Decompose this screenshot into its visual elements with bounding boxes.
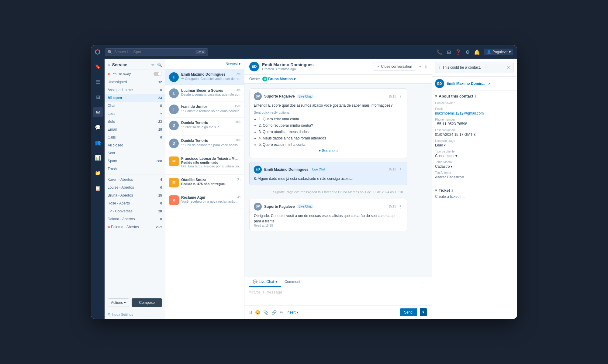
about-section: ▾ About this contact ℹ Contact owner Ema…: [432, 91, 517, 185]
nav-karen[interactable]: Karen - Abertos 4: [105, 176, 165, 184]
actions-button[interactable]: Actions ▾: [108, 298, 129, 307]
send-caret-button[interactable]: ▾: [420, 308, 427, 316]
emoji-icon[interactable]: 😊: [255, 310, 260, 315]
nav-less[interactable]: Less ▾: [105, 110, 165, 118]
message-input[interactable]: [249, 290, 427, 299]
bell-icon[interactable]: 🔔: [474, 49, 480, 55]
folder-icon[interactable]: 📁: [93, 168, 103, 178]
nav-unassigned[interactable]: Unassigned 12: [105, 78, 165, 86]
nav-louise[interactable]: Louise - Abertos 0: [105, 184, 165, 191]
tema-macro-select[interactable]: Cadastro ▾: [435, 164, 452, 169]
nav-jp[interactable]: JP - Conversas 28: [105, 207, 165, 215]
owner-dropdown[interactable]: B Bruna Martins ▾: [262, 77, 295, 81]
conv-item[interactable]: E Emili Maximo Domingues 2m ↩ Obrigado. …: [165, 69, 244, 85]
insert-button[interactable]: Insert ▾: [286, 310, 298, 314]
select-all-checkbox[interactable]: [169, 62, 173, 66]
nav-trash[interactable]: Trash: [105, 165, 165, 173]
tab-live-chat[interactable]: 💬 Live Chat ▾: [249, 277, 281, 287]
search-bar[interactable]: 🔍 Ctrl K: [105, 48, 208, 56]
inbox-icon[interactable]: ✉: [93, 107, 103, 117]
conv-name: Daniela Tenorio: [181, 139, 208, 143]
snippet-icon[interactable]: ✏: [280, 310, 283, 315]
conv-item[interactable]: D Daniela Tenorio 30m ↩ Precisa de algo …: [165, 118, 244, 136]
nav-assigned-to-me[interactable]: Assigned to me 0: [105, 86, 165, 94]
conv-item[interactable]: L Lucimar Beserra Soares 3m Desde a sema…: [165, 85, 244, 101]
more-icon[interactable]: ⋮: [399, 204, 403, 209]
more-icon[interactable]: ⋮: [399, 167, 403, 172]
conv-content: Daniela Tenorio 30m ↩ Link da dashborad …: [181, 139, 240, 150]
nav-bruna[interactable]: Bruna - Abertos 15: [105, 191, 165, 199]
search-kbd: Ctrl K: [195, 50, 206, 54]
reports-icon[interactable]: 📋: [93, 183, 103, 193]
user-menu[interactable]: 👤 Pagaleve ▾: [484, 49, 513, 55]
avatar: D: [169, 139, 179, 148]
conv-item[interactable]: ✉ Otacilio Souza 3h Pedido n. 475 não en…: [165, 175, 244, 192]
back-icon[interactable]: ‹‹: [108, 63, 110, 67]
contact-name-link[interactable]: Emili Maximo Domin...: [447, 81, 485, 86]
search-panel-icon[interactable]: 🔍: [157, 63, 162, 67]
info-icon[interactable]: ℹ: [425, 64, 427, 70]
send-button[interactable]: Send: [400, 308, 417, 316]
top-navbar: ⬡ 🔍 Ctrl K 📞 ⊞ ❓ ⚙ 🔔 👤 Pagaleve ▾: [91, 45, 517, 59]
nav-bots[interactable]: Bots 23: [105, 118, 165, 125]
conv-item[interactable]: ✉ Francisco Leonardo Teixeira M... Pedid…: [165, 153, 244, 175]
phone-icon[interactable]: 📞: [437, 49, 443, 55]
tab-comment[interactable]: Comment: [281, 277, 304, 287]
close-suggestion-button[interactable]: ✕: [507, 65, 510, 70]
link-icon[interactable]: 🔗: [271, 310, 277, 315]
attachment-icon[interactable]: 📎: [263, 310, 268, 315]
inbox-settings[interactable]: ⚙ Inbox Settings: [105, 310, 165, 319]
external-link-icon[interactable]: ↗: [488, 82, 490, 85]
menu-icon[interactable]: ☰: [93, 77, 103, 87]
conv-preview: ↩ Precisa de algo mais ?: [181, 125, 240, 129]
nav-daiana[interactable]: Daiana - Abertos 0: [105, 215, 165, 223]
edit-icon[interactable]: ✏: [151, 63, 155, 67]
message-bubble: SP Suporte Pagaleve Live Chat 15:18 ⋮ En…: [249, 88, 407, 158]
conv-preview: Você recebeu uma nova reclamação...: [181, 200, 240, 203]
grid-icon[interactable]: ⊞: [447, 49, 451, 55]
compose-button[interactable]: Compose: [132, 298, 162, 307]
nav-all-open[interactable]: All open 23: [105, 94, 165, 102]
hubspot-logo: ⬡: [95, 48, 100, 56]
nav-all-closed[interactable]: All closed: [105, 141, 165, 149]
nav-email[interactable]: Email 18: [105, 125, 165, 133]
lifecycle-select[interactable]: Lead ▾: [435, 143, 446, 147]
more-icon[interactable]: ⋮: [399, 94, 403, 99]
msg-avatar: SP: [254, 203, 262, 211]
conv-item[interactable]: R Reclame Aqui 3h Você recebeu uma nova …: [165, 192, 244, 208]
search-input[interactable]: [114, 50, 194, 54]
avatar: L: [169, 88, 179, 98]
nav-chat[interactable]: Chat 5: [105, 102, 165, 110]
close-conversation-button[interactable]: ✓ Close conversation: [373, 63, 416, 70]
conv-item[interactable]: D Daniela Tenorio 30m ↩ Link da dashbora…: [165, 136, 244, 153]
tag-anterior-select[interactable]: Alterar Cadastro ▾: [435, 175, 464, 179]
settings-icon: ⚙: [108, 312, 111, 316]
sort-dropdown[interactable]: Newest ▾: [226, 62, 240, 66]
chevron-down-icon[interactable]: ▾: [435, 94, 437, 98]
away-toggle[interactable]: [154, 72, 162, 76]
msg-time: 15:18: [389, 95, 396, 98]
nav-sent[interactable]: Sent: [105, 149, 165, 157]
nav-rose[interactable]: Rose - Aberto 0: [105, 199, 165, 207]
nav-paloma[interactable]: Paloma - Abertos 26 ▾: [105, 223, 165, 231]
contacts-icon[interactable]: 👥: [93, 138, 103, 147]
tipo-cliente-select[interactable]: Consumidor ▾: [435, 154, 457, 158]
grid2-icon[interactable]: ⊞: [93, 92, 103, 102]
ticket-section: ▾ Ticket ℹ Create a ticket fr...: [432, 185, 517, 202]
settings-icon[interactable]: ⚙: [465, 49, 470, 55]
bold-icon[interactable]: B: [249, 310, 252, 315]
more-options-icon[interactable]: ···: [419, 64, 423, 69]
nav-calls[interactable]: Calls 0: [105, 133, 165, 141]
conv-time: 15m: [235, 105, 240, 109]
contact-suggestion: ℹ This could be a contact. ✕: [435, 62, 514, 73]
help-icon[interactable]: ❓: [455, 49, 461, 55]
conv-name: Daniela Tenorio: [181, 121, 208, 125]
chart-icon[interactable]: 📊: [93, 153, 103, 163]
conv-item[interactable]: I Ivanildo Junior 15m ↩ Consta o reembol…: [165, 101, 244, 118]
chevron-down-icon[interactable]: ▾: [435, 188, 437, 193]
chat-icon[interactable]: 💬: [93, 122, 103, 132]
see-more-link[interactable]: ▾ See more: [254, 149, 403, 153]
bookmark-icon[interactable]: 🔖: [93, 62, 103, 71]
ticket-section-title: ▾ Ticket ℹ: [435, 188, 514, 193]
nav-spam[interactable]: Spam 388: [105, 157, 165, 165]
